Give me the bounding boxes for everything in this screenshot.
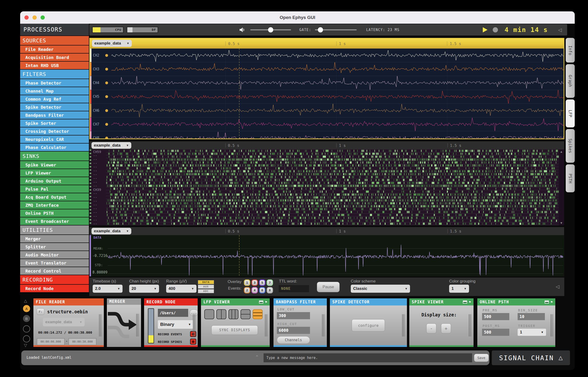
overlay-event-button-8[interactable]: 8 [267,287,273,294]
channel-audio-dot[interactable] [105,95,108,98]
volume-slider[interactable] [250,29,291,30]
channel-audio-dot[interactable] [105,109,108,112]
sidebar-item-spike-sorter[interactable]: Spike Sorter [20,119,89,127]
tab-lfp[interactable]: LFP [566,99,575,127]
sidebar-item-acq-board-output[interactable]: Acq Board Output [20,193,89,201]
chan-height-select[interactable]: 20▼ [129,285,159,293]
playback-start-field[interactable]: 00:00:00.000 [37,338,65,345]
overlay-event-button-6[interactable]: 6 [259,287,265,294]
channel-audio-dot[interactable] [105,137,108,139]
panel2-stream-select[interactable]: example_data▼ [91,142,131,149]
selector-up-icon[interactable]: △ [24,298,27,303]
tab-pin-icon[interactable]: ⚑ [551,300,553,304]
sidebar-item-common-avg-ref[interactable]: Common Avg Ref [20,95,89,103]
module-lfp-viewer[interactable]: LFP VIEWER ⚑ SYNC DISPLAYS [201,298,270,347]
layout-single-button[interactable] [204,309,214,319]
sidebar-item-intan-rhd-usb[interactable]: Intan RHD USB [20,62,89,70]
sidebar-item-online-psth[interactable]: Online PSTH [20,209,89,217]
options-collapse-arrow-icon[interactable]: ◁ [556,284,559,289]
panel1-stream-select[interactable]: example_data▼ [92,40,132,47]
tab-graph[interactable]: Graph [566,64,575,98]
trigger-select[interactable]: 1▼ [518,329,546,336]
channel-audio-dot[interactable] [105,123,108,126]
file-select-button[interactable]: F: [37,308,44,315]
signal-type-data-button[interactable]: DATA [198,280,214,284]
channel-audio-dot[interactable] [105,68,108,71]
post-ms-field[interactable]: 500 [482,329,509,336]
module-drag-handle[interactable] [551,314,553,337]
signal-type-adc-button[interactable]: ADC [198,289,214,293]
gate-slider[interactable] [315,29,357,30]
color-grouping-select[interactable]: 1▼ [449,285,469,293]
volume-slider-thumb[interactable] [268,27,273,33]
panel2-scrollbar[interactable]: ▲ ▼ [559,149,564,225]
overlay-event-button-1[interactable]: 1 [244,279,250,286]
selector-down-icon[interactable]: ▽ [24,343,27,348]
sidebar-item-pulse-pal[interactable]: Pulse Pal [20,185,89,193]
play-button[interactable] [483,27,488,33]
layout-three-rows-button-selected[interactable] [253,309,263,319]
toolbar-collapse-arrow-icon[interactable]: ◁ [558,27,562,33]
low-cut-field[interactable]: 300 [277,312,310,319]
layout-two-rows-button[interactable] [241,309,250,319]
range-select[interactable]: 400▼ [166,285,196,293]
channel-audio-dot[interactable] [105,82,108,84]
bin-size-field[interactable]: 10 [518,313,545,320]
overlay-event-button-5[interactable]: 5 [259,279,265,286]
module-online-psth[interactable]: ONLINE PSTH ⚑ PRE_MS 500 BIN_SIZE 10 POS… [477,298,555,347]
module-drag-handle[interactable] [322,314,325,337]
module-drag-handle[interactable] [402,314,405,337]
selector-slot-button[interactable] [23,335,30,342]
sidebar-item-event-broadcaster[interactable]: Event Broadcaster [20,217,89,225]
record-button[interactable] [493,27,498,33]
sidebar-item-merger[interactable]: Merger [20,235,89,243]
sidebar-item-audio-monitor[interactable]: Audio Monitor [20,251,89,259]
record-spikes-toggle[interactable] [190,339,196,344]
configure-button[interactable]: configure [352,319,385,331]
module-spike-viewer[interactable]: SPIKE VIEWER ⚑ Display size: - + [409,298,474,347]
sidebar-item-phase-calculator[interactable]: Phase Calculator [20,143,89,152]
open-window-icon[interactable] [545,301,549,304]
sidebar-item-acquisition-board[interactable]: Acquisition Board [20,54,89,62]
scroll-down-icon[interactable]: ▼ [560,221,563,225]
panel3-stream-select[interactable]: example_data▼ [91,228,131,235]
pre-ms-field[interactable]: 500 [482,313,509,320]
sidebar-item-arduino-output[interactable]: Arduino Output [20,177,89,185]
module-drag-handle[interactable] [265,314,268,337]
module-merger[interactable]: MERGER [107,298,141,347]
module-drag-handle[interactable] [193,314,196,337]
overlay-event-button-4[interactable]: 4 [251,287,258,294]
layout-three-columns-button[interactable] [229,309,238,319]
gate-slider-thumb[interactable] [318,27,323,33]
sidebar-item-spike-detector[interactable]: Spike Detector [20,103,89,111]
channels-button[interactable]: Channels [277,336,310,344]
pause-button[interactable]: Pause [317,282,340,292]
sidebar-item-bandpass-filter[interactable]: Bandpass Filter [20,111,89,119]
sidebar-item-splitter[interactable]: Splitter [20,243,89,251]
playback-end-field[interactable]: 00:00:30.000 [69,338,97,345]
file-stream-select[interactable]: example_data▼ [43,318,85,326]
module-spike-detector[interactable]: SPIKE DETECTOR configure [330,298,407,347]
selector-b-button[interactable]: B [23,315,30,322]
display-size-increase-button[interactable]: + [441,323,451,333]
module-bandpass-filter[interactable]: BANDPASS FILTER LOW_CUT 300 HIGH_CUT 600… [273,298,327,347]
record-path-field[interactable]: /Users/ [158,309,188,317]
open-window-icon[interactable] [259,301,263,304]
sidebar-item-channel-map[interactable]: Channel Map [20,87,89,95]
tab-pin-icon[interactable]: ⚑ [265,300,267,304]
channel-audio-dot[interactable] [105,54,108,57]
open-window-icon[interactable] [463,301,467,304]
signal-type-aux-button[interactable]: AUX [198,285,214,289]
timebase-select[interactable]: 2.0▼ [93,285,122,293]
scroll-up-icon[interactable]: ▲ [560,150,563,153]
sidebar-item-crossing-detector[interactable]: Crossing Detector [20,127,89,135]
layout-two-columns-button[interactable] [216,309,226,319]
selector-slot-button[interactable] [23,325,30,332]
module-drag-handle[interactable] [136,314,139,337]
sidebar-item-spike-viewer[interactable]: Spike Viewer [20,161,89,169]
display-size-decrease-button[interactable]: - [426,323,436,333]
tab-spikes[interactable]: Spikes [566,129,575,163]
tab-psth[interactable]: PSTH [566,164,575,192]
overlay-event-button-2[interactable]: 2 [244,287,250,294]
tab-pin-icon[interactable]: ⚑ [469,300,471,304]
